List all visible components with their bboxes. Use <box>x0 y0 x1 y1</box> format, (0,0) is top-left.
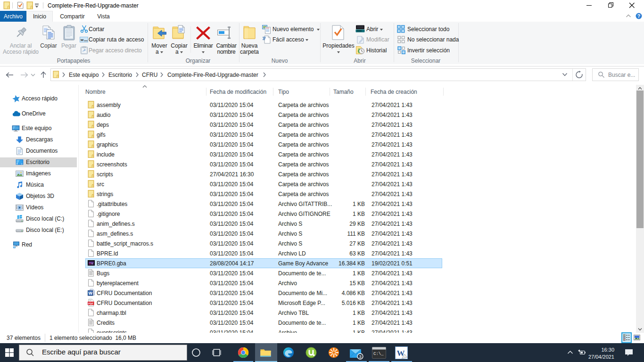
svg-text:3: 3 <box>359 354 361 359</box>
svg-text:W: W <box>397 349 405 358</box>
svg-text:W: W <box>89 291 93 296</box>
svg-text:PDF: PDF <box>88 302 94 305</box>
svg-text:w: w <box>80 38 84 42</box>
svg-text:?: ? <box>637 13 640 19</box>
svg-text:C:\_: C:\_ <box>373 352 384 356</box>
